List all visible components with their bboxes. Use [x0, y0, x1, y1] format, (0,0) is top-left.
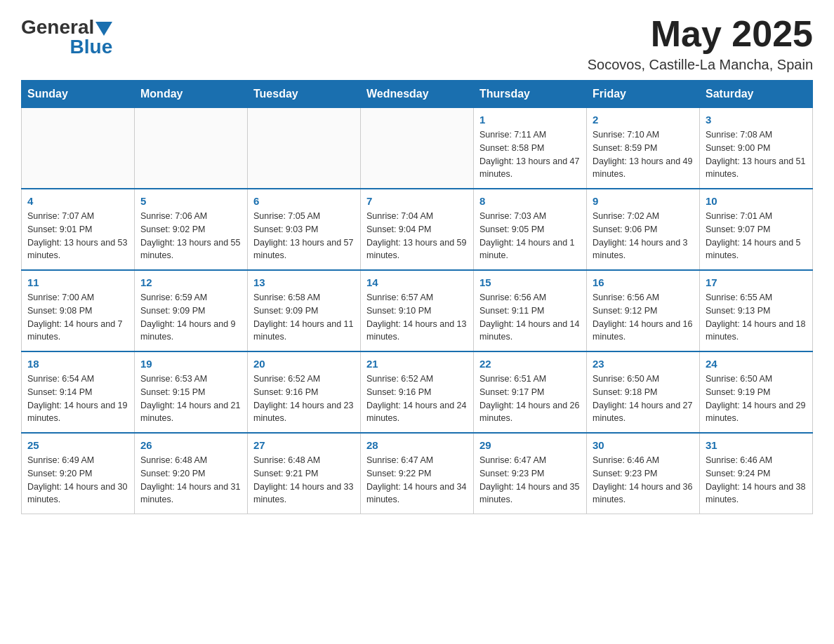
calendar-cell: 20Sunrise: 6:52 AM Sunset: 9:16 PM Dayli… — [248, 351, 361, 433]
calendar-week-row: 18Sunrise: 6:54 AM Sunset: 9:14 PM Dayli… — [22, 351, 813, 433]
day-number: 27 — [253, 439, 355, 451]
calendar-cell: 19Sunrise: 6:53 AM Sunset: 9:15 PM Dayli… — [135, 351, 248, 433]
day-number: 7 — [366, 195, 468, 207]
day-info: Sunrise: 6:46 AM Sunset: 9:24 PM Dayligh… — [706, 454, 807, 507]
day-info: Sunrise: 6:54 AM Sunset: 9:14 PM Dayligh… — [27, 373, 128, 425]
calendar-day-header: Monday — [135, 81, 248, 108]
day-info: Sunrise: 6:57 AM Sunset: 9:10 PM Dayligh… — [366, 291, 468, 344]
day-info: Sunrise: 6:49 AM Sunset: 9:20 PM Dayligh… — [27, 454, 128, 507]
calendar-day-header: Sunday — [22, 81, 135, 108]
calendar-cell: 10Sunrise: 7:01 AM Sunset: 9:07 PM Dayli… — [700, 189, 813, 270]
calendar-header-row: SundayMondayTuesdayWednesdayThursdayFrid… — [22, 81, 813, 108]
day-info: Sunrise: 7:02 AM Sunset: 9:06 PM Dayligh… — [593, 210, 694, 262]
calendar-cell: 29Sunrise: 6:47 AM Sunset: 9:23 PM Dayli… — [474, 433, 587, 514]
calendar-cell: 26Sunrise: 6:48 AM Sunset: 9:20 PM Dayli… — [135, 433, 248, 514]
calendar-cell: 12Sunrise: 6:59 AM Sunset: 9:09 PM Dayli… — [135, 270, 248, 351]
day-info: Sunrise: 6:46 AM Sunset: 9:23 PM Dayligh… — [593, 454, 694, 507]
day-info: Sunrise: 6:48 AM Sunset: 9:21 PM Dayligh… — [253, 454, 355, 507]
calendar-week-row: 1Sunrise: 7:11 AM Sunset: 8:58 PM Daylig… — [22, 108, 813, 189]
day-number: 5 — [140, 195, 241, 207]
calendar-cell: 22Sunrise: 6:51 AM Sunset: 9:17 PM Dayli… — [474, 351, 587, 433]
day-info: Sunrise: 6:50 AM Sunset: 9:19 PM Dayligh… — [706, 373, 807, 425]
day-number: 14 — [366, 276, 468, 288]
calendar-cell: 24Sunrise: 6:50 AM Sunset: 9:19 PM Dayli… — [700, 351, 813, 433]
day-info: Sunrise: 6:52 AM Sunset: 9:16 PM Dayligh… — [366, 373, 468, 425]
calendar-cell — [22, 108, 135, 189]
day-number: 3 — [706, 114, 807, 126]
calendar-cell: 25Sunrise: 6:49 AM Sunset: 9:20 PM Dayli… — [22, 433, 135, 514]
calendar-cell: 17Sunrise: 6:55 AM Sunset: 9:13 PM Dayli… — [700, 270, 813, 351]
day-number: 8 — [479, 195, 581, 207]
day-number: 17 — [706, 276, 807, 288]
day-info: Sunrise: 6:59 AM Sunset: 9:09 PM Dayligh… — [140, 291, 241, 344]
day-info: Sunrise: 7:04 AM Sunset: 9:04 PM Dayligh… — [366, 210, 468, 262]
day-number: 19 — [140, 358, 241, 370]
day-info: Sunrise: 6:53 AM Sunset: 9:15 PM Dayligh… — [140, 373, 241, 425]
calendar-day-header: Tuesday — [248, 81, 361, 108]
calendar-cell: 4Sunrise: 7:07 AM Sunset: 9:01 PM Daylig… — [22, 189, 135, 270]
day-info: Sunrise: 7:10 AM Sunset: 8:59 PM Dayligh… — [593, 128, 694, 181]
calendar-cell: 6Sunrise: 7:05 AM Sunset: 9:03 PM Daylig… — [248, 189, 361, 270]
day-number: 11 — [27, 276, 128, 288]
day-number: 25 — [27, 439, 128, 451]
day-info: Sunrise: 7:06 AM Sunset: 9:02 PM Dayligh… — [140, 210, 241, 262]
day-number: 22 — [479, 358, 581, 370]
day-number: 4 — [27, 195, 128, 207]
calendar-cell: 9Sunrise: 7:02 AM Sunset: 9:06 PM Daylig… — [587, 189, 700, 270]
calendar-cell: 8Sunrise: 7:03 AM Sunset: 9:05 PM Daylig… — [474, 189, 587, 270]
day-number: 26 — [140, 439, 241, 451]
calendar-cell: 28Sunrise: 6:47 AM Sunset: 9:22 PM Dayli… — [361, 433, 474, 514]
calendar-week-row: 11Sunrise: 7:00 AM Sunset: 9:08 PM Dayli… — [22, 270, 813, 351]
calendar-cell — [248, 108, 361, 189]
day-number: 13 — [253, 276, 355, 288]
day-number: 31 — [706, 439, 807, 451]
calendar-cell: 7Sunrise: 7:04 AM Sunset: 9:04 PM Daylig… — [361, 189, 474, 270]
calendar-cell: 23Sunrise: 6:50 AM Sunset: 9:18 PM Dayli… — [587, 351, 700, 433]
day-info: Sunrise: 6:50 AM Sunset: 9:18 PM Dayligh… — [593, 373, 694, 425]
calendar-day-header: Saturday — [700, 81, 813, 108]
day-number: 28 — [366, 439, 468, 451]
day-number: 15 — [479, 276, 581, 288]
calendar-cell: 18Sunrise: 6:54 AM Sunset: 9:14 PM Dayli… — [22, 351, 135, 433]
day-info: Sunrise: 6:51 AM Sunset: 9:17 PM Dayligh… — [479, 373, 581, 425]
day-number: 24 — [706, 358, 807, 370]
day-info: Sunrise: 7:11 AM Sunset: 8:58 PM Dayligh… — [479, 128, 581, 181]
page-header: General Blue May 2025 Socovos, Castille-… — [21, 14, 813, 73]
day-info: Sunrise: 6:56 AM Sunset: 9:11 PM Dayligh… — [479, 291, 581, 344]
logo-general-text: General — [21, 18, 94, 37]
calendar-cell: 3Sunrise: 7:08 AM Sunset: 9:00 PM Daylig… — [700, 108, 813, 189]
day-number: 12 — [140, 276, 241, 288]
day-number: 23 — [593, 358, 694, 370]
day-info: Sunrise: 7:07 AM Sunset: 9:01 PM Dayligh… — [27, 210, 128, 262]
day-number: 30 — [593, 439, 694, 451]
day-info: Sunrise: 7:00 AM Sunset: 9:08 PM Dayligh… — [27, 291, 128, 344]
calendar-cell: 27Sunrise: 6:48 AM Sunset: 9:21 PM Dayli… — [248, 433, 361, 514]
logo-triangle-icon — [95, 22, 112, 36]
day-info: Sunrise: 7:08 AM Sunset: 9:00 PM Dayligh… — [706, 128, 807, 181]
day-info: Sunrise: 6:56 AM Sunset: 9:12 PM Dayligh… — [593, 291, 694, 344]
day-number: 18 — [27, 358, 128, 370]
day-info: Sunrise: 7:05 AM Sunset: 9:03 PM Dayligh… — [253, 210, 355, 262]
calendar-cell: 21Sunrise: 6:52 AM Sunset: 9:16 PM Dayli… — [361, 351, 474, 433]
calendar-week-row: 4Sunrise: 7:07 AM Sunset: 9:01 PM Daylig… — [22, 189, 813, 270]
day-number: 29 — [479, 439, 581, 451]
calendar-table: SundayMondayTuesdayWednesdayThursdayFrid… — [21, 80, 813, 514]
calendar-day-header: Wednesday — [361, 81, 474, 108]
calendar-cell: 15Sunrise: 6:56 AM Sunset: 9:11 PM Dayli… — [474, 270, 587, 351]
calendar-cell: 16Sunrise: 6:56 AM Sunset: 9:12 PM Dayli… — [587, 270, 700, 351]
location-subtitle: Socovos, Castille-La Mancha, Spain — [588, 57, 813, 73]
day-info: Sunrise: 6:58 AM Sunset: 9:09 PM Dayligh… — [253, 291, 355, 344]
day-number: 21 — [366, 358, 468, 370]
day-info: Sunrise: 6:48 AM Sunset: 9:20 PM Dayligh… — [140, 454, 241, 507]
calendar-cell: 11Sunrise: 7:00 AM Sunset: 9:08 PM Dayli… — [22, 270, 135, 351]
calendar-cell: 2Sunrise: 7:10 AM Sunset: 8:59 PM Daylig… — [587, 108, 700, 189]
calendar-cell: 13Sunrise: 6:58 AM Sunset: 9:09 PM Dayli… — [248, 270, 361, 351]
day-number: 2 — [593, 114, 694, 126]
day-info: Sunrise: 7:03 AM Sunset: 9:05 PM Dayligh… — [479, 210, 581, 262]
day-info: Sunrise: 6:52 AM Sunset: 9:16 PM Dayligh… — [253, 373, 355, 425]
day-info: Sunrise: 6:47 AM Sunset: 9:22 PM Dayligh… — [366, 454, 468, 507]
calendar-cell — [361, 108, 474, 189]
calendar-cell — [135, 108, 248, 189]
day-info: Sunrise: 6:47 AM Sunset: 9:23 PM Dayligh… — [479, 454, 581, 507]
logo-blue-text: Blue — [70, 37, 113, 57]
